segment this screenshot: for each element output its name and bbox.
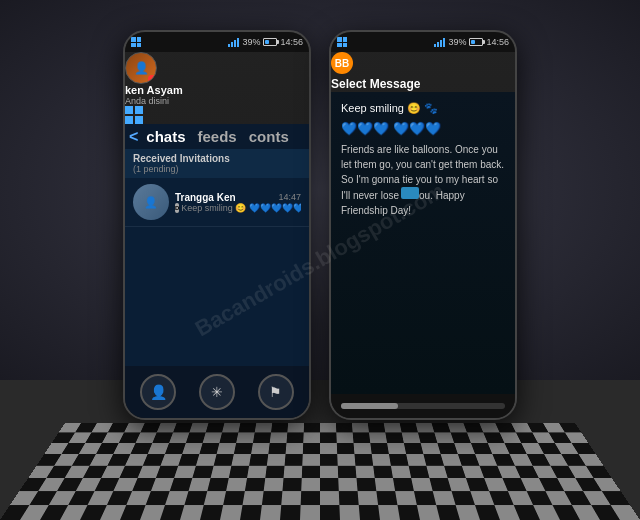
phone1-status-bar: 39% 14:56 bbox=[125, 32, 309, 52]
phone2-message-header: BB Select Message bbox=[331, 52, 515, 92]
nav-bbm-button[interactable]: ✳ bbox=[199, 374, 235, 410]
phone-2: 39% 14:56 BB Select Message Keep smiling… bbox=[329, 30, 517, 420]
user-info: ken Asyam Anda disini bbox=[125, 84, 309, 106]
phone2-status-right: 39% 14:56 bbox=[434, 37, 509, 47]
user-avatar: 👤 bbox=[125, 52, 157, 84]
scrollbar-track[interactable] bbox=[341, 403, 505, 409]
phone-1: 39% 14:56 👤 ken Asyam Anda disini bbox=[123, 30, 311, 420]
message-text: Friends are like balloons. Once you let … bbox=[341, 142, 505, 218]
chat-contact-name: Trangga Ken bbox=[175, 192, 236, 203]
signal-icon-2 bbox=[434, 37, 445, 47]
chat-preview-text: Keep smiling 😊 💙💙💙💙💙💙 ... bbox=[181, 203, 301, 213]
windows-header-icon bbox=[125, 106, 143, 124]
phone1-status-right: 39% 14:56 bbox=[228, 37, 303, 47]
signal-icon bbox=[228, 37, 239, 47]
floor-checkerboard bbox=[0, 423, 640, 520]
invitations-section: Received Invitations (1 pending) bbox=[125, 149, 309, 178]
bbm-delivered-icon: D bbox=[175, 203, 179, 213]
online-indicator bbox=[148, 75, 156, 83]
message-title-line: Keep smiling 😊 🐾 bbox=[341, 102, 505, 115]
message-title: Keep smiling 😊 🐾 bbox=[341, 102, 438, 115]
chat-preview: D Keep smiling 😊 💙💙💙💙💙💙 ... bbox=[175, 203, 301, 213]
windows-logo-icon-2 bbox=[337, 37, 347, 47]
chat-name-row: Trangga Ken 14:47 bbox=[175, 192, 301, 203]
chat-details: Trangga Ken 14:47 D Keep smiling 😊 💙💙💙💙💙… bbox=[175, 192, 301, 213]
windows-logo-icon bbox=[131, 37, 141, 47]
battery-icon bbox=[263, 38, 277, 46]
scene: 39% 14:56 👤 ken Asyam Anda disini bbox=[0, 0, 640, 520]
table-row[interactable]: 👤 Trangga Ken 14:47 D Keep smiling 😊 💙💙💙… bbox=[125, 178, 309, 227]
phone2-battery-pct: 39% bbox=[448, 37, 466, 47]
tab-feeds[interactable]: feeds bbox=[192, 124, 243, 149]
battery-icon-2 bbox=[469, 38, 483, 46]
scrollbar-thumb[interactable] bbox=[341, 403, 398, 409]
message-body[interactable]: Keep smiling 😊 🐾 💙💙💙 💙💙💙 Friends are lik… bbox=[331, 92, 515, 394]
invitations-sub: (1 pending) bbox=[133, 164, 301, 174]
selected-text-highlight bbox=[401, 187, 419, 199]
nav-flag-button[interactable]: ⚑ bbox=[258, 374, 294, 410]
tab-conts[interactable]: conts bbox=[243, 124, 295, 149]
phone1-time: 14:56 bbox=[280, 37, 303, 47]
hearts-decoration: 💙💙💙 💙💙💙 bbox=[341, 121, 505, 136]
scrollbar-area[interactable] bbox=[331, 394, 515, 418]
chat-time: 14:47 bbox=[278, 192, 301, 202]
battery-pct: 39% bbox=[242, 37, 260, 47]
invitations-title: Received Invitations bbox=[133, 153, 301, 164]
chat-avatar: 👤 bbox=[133, 184, 169, 220]
phone2-time: 14:56 bbox=[486, 37, 509, 47]
phone2-status-bar: 39% 14:56 bbox=[331, 32, 515, 52]
user-sub: Anda disini bbox=[125, 96, 309, 106]
chat-list[interactable]: 👤 Trangga Ken 14:47 D Keep smiling 😊 💙💙💙… bbox=[125, 178, 309, 366]
bbm-logo-icon: BB bbox=[331, 52, 353, 74]
phone1-status-left bbox=[131, 37, 141, 47]
tabs-arrow: < bbox=[129, 128, 138, 146]
nav-contacts-button[interactable]: 👤 bbox=[140, 374, 176, 410]
bottom-nav: 👤 ✳ ⚑ bbox=[125, 366, 309, 418]
phones-container: 39% 14:56 👤 ken Asyam Anda disini bbox=[123, 30, 517, 420]
phone2-status-left bbox=[337, 37, 347, 47]
user-name: ken Asyam bbox=[125, 84, 309, 96]
phone1-header: 👤 ken Asyam Anda disini bbox=[125, 52, 309, 124]
tab-chats[interactable]: chats bbox=[140, 124, 191, 149]
phone1-tabs: < chats feeds conts bbox=[125, 124, 309, 149]
select-message-title: Select Message bbox=[331, 77, 420, 91]
